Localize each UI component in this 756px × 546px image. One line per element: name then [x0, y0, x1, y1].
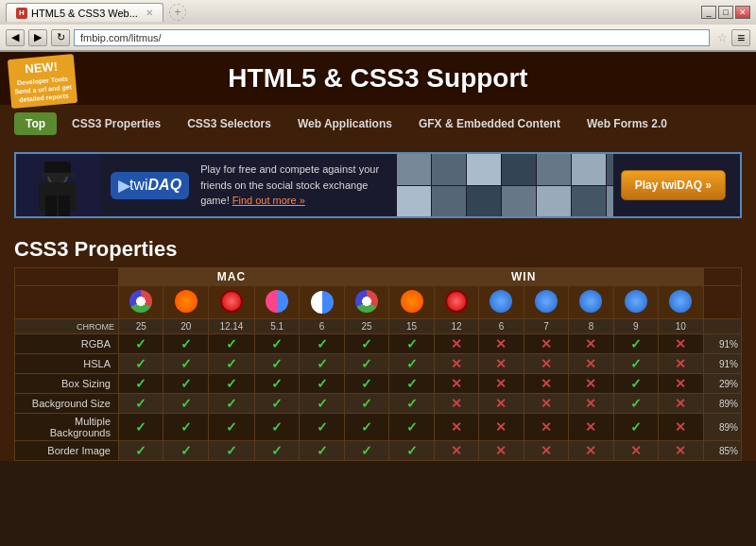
win-ie10-icon: [659, 286, 703, 319]
close-btn[interactable]: ✕: [735, 6, 750, 19]
tab-web-forms[interactable]: Web Forms 2.0: [576, 112, 679, 135]
ad-description: Play for free and compete against your f…: [200, 162, 389, 209]
tab-top[interactable]: Top: [14, 112, 57, 135]
check-cell: ✓: [300, 374, 344, 394]
check-cell: ✓: [300, 414, 344, 441]
cross-cell: ✕: [569, 441, 613, 461]
check-cell: ✓: [208, 374, 254, 394]
cross-cell: ✕: [569, 394, 613, 414]
table-row: Box Sizing✓✓✓✓✓✓✓✕✕✕✕✓✕29%: [15, 374, 742, 394]
mac-firefox-icon: [163, 286, 208, 319]
menu-btn[interactable]: ≡: [731, 29, 750, 46]
mac-safari-icon: [254, 286, 299, 319]
feature-name: Background Size: [15, 394, 119, 414]
check-cell: ✓: [389, 414, 434, 441]
check-cell: ✓: [300, 394, 344, 414]
check-cell: ✓: [344, 394, 388, 414]
ad-logo-icon: ▶: [118, 177, 129, 195]
maximize-btn[interactable]: □: [718, 6, 733, 19]
section-title: CSS3 Properties: [0, 228, 756, 267]
browser-tab[interactable]: H HTML5 & CSS3 Web... ✕: [6, 3, 163, 22]
cross-cell: ✕: [659, 441, 703, 461]
cross-cell: ✕: [524, 414, 568, 441]
ver-ie8-win: 8: [569, 319, 613, 334]
cross-cell: ✕: [659, 334, 703, 354]
site-title: HTML5 & CSS3 Support: [19, 63, 737, 94]
pct-cell: 91%: [703, 354, 741, 374]
tab-css3-selectors[interactable]: CSS3 Selectors: [176, 112, 283, 135]
cross-cell: ✕: [434, 441, 478, 461]
check-cell: ✓: [208, 354, 254, 374]
feature-name: Multiple Backgrounds: [15, 414, 119, 441]
pct-cell: 89%: [703, 414, 741, 441]
cross-cell: ✕: [479, 441, 524, 461]
check-cell: ✓: [389, 394, 434, 414]
check-cell: ✓: [163, 441, 208, 461]
mac-safari2-icon: [300, 286, 344, 319]
support-table: MAC WIN: [14, 267, 742, 461]
minimize-btn[interactable]: _: [701, 6, 716, 19]
check-cell: ✓: [163, 334, 208, 354]
header-mac: MAC: [119, 268, 345, 286]
pct-cell: 89%: [703, 394, 741, 414]
table-row: RGBA✓✓✓✓✓✓✓✕✕✕✕✓✕91%: [15, 334, 742, 354]
check-cell: ✓: [613, 374, 658, 394]
check-cell: ✓: [163, 374, 208, 394]
tab-gfx-embedded[interactable]: GFX & Embedded Content: [407, 112, 572, 135]
cross-cell: ✕: [434, 394, 478, 414]
ver-safari2-mac: 6: [300, 319, 344, 334]
cross-cell: ✕: [479, 374, 524, 394]
tab-favicon: H: [16, 8, 27, 19]
cross-cell: ✕: [434, 354, 478, 374]
forward-btn[interactable]: ▶: [28, 29, 47, 46]
ad-find-out-link[interactable]: Find out more »: [232, 195, 305, 206]
win-opera-icon: [434, 286, 478, 319]
ad-banner[interactable]: ▶ twiDAQ Play for free and compete again…: [14, 152, 742, 218]
url-bar[interactable]: fmbip.com/litmus/: [74, 29, 710, 46]
ad-thumbnails: [397, 154, 613, 217]
ad-logo-bold: DAQ: [148, 177, 182, 194]
ad-logo: ▶ twiDAQ: [111, 172, 189, 199]
title-bar: H HTML5 & CSS3 Web... ✕ + _ □ ✕: [0, 0, 756, 25]
title-bar-left: H HTML5 & CSS3 Web... ✕ +: [6, 3, 186, 22]
pct-cell: 91%: [703, 334, 741, 354]
check-cell: ✓: [163, 414, 208, 441]
win-chrome-icon: [344, 286, 388, 319]
tab-css3-properties[interactable]: CSS3 Properties: [60, 112, 172, 135]
check-cell: ✓: [208, 441, 254, 461]
check-cell: ✓: [344, 334, 388, 354]
win-ie8-icon: [569, 286, 613, 319]
page-content: NEW! Developer ToolsSend a url and get d…: [0, 52, 756, 461]
check-cell: ✓: [163, 394, 208, 414]
bookmark-icon[interactable]: ☆: [717, 31, 728, 44]
check-cell: ✓: [119, 414, 163, 441]
check-cell: ✓: [119, 374, 163, 394]
check-cell: ✓: [163, 354, 208, 374]
cross-cell: ✕: [524, 354, 568, 374]
win-ie-icon: [613, 286, 658, 319]
check-cell: ✓: [254, 441, 299, 461]
check-cell: ✓: [208, 334, 254, 354]
cross-cell: ✕: [659, 394, 703, 414]
check-cell: ✓: [613, 334, 658, 354]
tab-web-applications[interactable]: Web Applications: [286, 112, 404, 135]
cross-cell: ✕: [613, 441, 658, 461]
table-row: Multiple Backgrounds✓✓✓✓✓✓✓✕✕✕✕✓✕89%: [15, 414, 742, 441]
cross-cell: ✕: [434, 334, 478, 354]
table-row: Background Size✓✓✓✓✓✓✓✕✕✕✕✓✕89%: [15, 394, 742, 414]
check-cell: ✓: [344, 354, 388, 374]
new-tab-btn[interactable]: +: [169, 4, 186, 21]
tab-close-icon[interactable]: ✕: [146, 8, 153, 18]
ver-opera-mac: 12.14: [208, 319, 254, 334]
header-win: WIN: [344, 268, 703, 286]
label-chrome-mac: CHROME: [15, 319, 119, 334]
check-cell: ✓: [344, 414, 388, 441]
back-btn[interactable]: ◀: [6, 29, 25, 46]
table-row: HSLA✓✓✓✓✓✓✓✕✕✕✕✓✕91%: [15, 354, 742, 374]
win-firefox-icon: [389, 286, 434, 319]
ad-play-btn[interactable]: Play twiDAQ »: [621, 170, 726, 200]
check-cell: ✓: [389, 334, 434, 354]
check-cell: ✓: [344, 374, 388, 394]
cross-cell: ✕: [659, 374, 703, 394]
refresh-btn[interactable]: ↻: [51, 29, 70, 46]
